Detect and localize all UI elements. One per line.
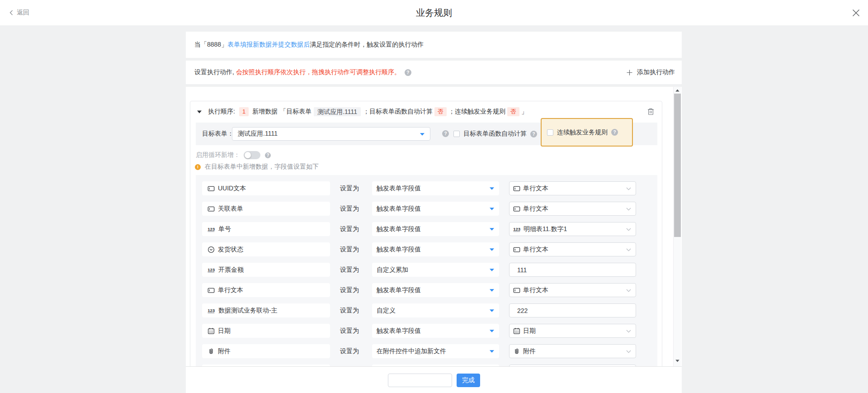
scroll-up-icon[interactable] [675, 89, 679, 92]
close-button[interactable] [852, 9, 860, 17]
value-source-select[interactable]: 触发表单字段值 [372, 242, 499, 256]
attachment-field-icon [208, 348, 215, 355]
text-field-icon [208, 185, 215, 192]
value-source-select[interactable]: 触发表单字段值 [372, 202, 499, 216]
value-field-box[interactable]: 单行文本 [509, 202, 636, 216]
field-mapping-row: 123 单号 设置为 触发表单字段值 123 明细表11.数字1 [196, 222, 657, 236]
triangle-down-icon [490, 309, 494, 312]
value-field-label: 单行文本 [523, 246, 548, 254]
value-source-select[interactable] [372, 365, 499, 366]
value-source-select[interactable]: 触发表单字段值 [372, 222, 499, 236]
set-to-label: 设置为 [340, 181, 359, 195]
field-mapping-row: 发货状态 设置为 触发表单字段值 单行文本 [196, 242, 657, 256]
target-form-select[interactable]: 测试应用.1111 [232, 127, 430, 141]
number-field-icon: 123 [208, 266, 215, 274]
value-source-select[interactable]: 自定义 [372, 303, 499, 317]
add-action-button[interactable]: 添加执行动作 [627, 68, 675, 76]
set-to-label: 设置为 [340, 202, 359, 216]
field-mapping-row: 单行文本 设置为 触发表单字段值 单行文本 [196, 283, 657, 297]
chevron-down-icon [626, 228, 631, 231]
number-field-icon: 123 [208, 307, 215, 314]
field-mapping-row [196, 365, 657, 366]
triangle-down-icon [490, 330, 494, 332]
chevron-down-icon [626, 289, 631, 292]
summary-target-label: 「目标表单 [280, 108, 311, 116]
triangle-down-icon [490, 248, 494, 251]
set-to-label: 设置为 [340, 263, 359, 277]
target-form-select-value: 测试应用.1111 [238, 130, 278, 138]
summary-chain-label: ；连续触发业务规则 [448, 108, 505, 116]
chevron-down-icon [626, 248, 631, 251]
date-field-icon [513, 327, 520, 335]
value-field-box[interactable] [509, 365, 636, 366]
trash-icon[interactable] [647, 108, 655, 116]
collapse-triangle-icon[interactable] [197, 110, 202, 114]
value-source-select[interactable]: 触发表单字段值 [372, 324, 499, 338]
set-to-label: 设置为 [340, 344, 359, 358]
field-mapping-row: 附件 设置为 在附件控件中追加新文件 附件 [196, 344, 657, 358]
order-label: 执行顺序: [208, 108, 235, 116]
value-field-box[interactable]: 日期 [509, 324, 636, 338]
target-field-label: 单号 [218, 225, 231, 233]
value-field-box[interactable]: 111 [509, 263, 636, 277]
value-field-label: 222 [517, 307, 528, 314]
value-field-box[interactable]: 附件 [509, 344, 636, 358]
value-field-box[interactable]: 单行文本 [509, 181, 636, 195]
calc-checkbox[interactable] [453, 131, 460, 137]
question-circle-icon[interactable]: ? [611, 129, 618, 136]
target-field-label: 日期 [218, 327, 231, 335]
chain-checkbox[interactable] [547, 129, 553, 136]
vertical-scrollbar[interactable] [673, 87, 681, 366]
value-field-label: 单行文本 [523, 185, 548, 193]
text-field-icon [513, 246, 520, 253]
target-field-label: UUID文本 [218, 185, 246, 193]
trigger-text-suffix: 满足指定的条件时，触发设置的执行动作 [310, 41, 424, 49]
scroll-down-icon[interactable] [675, 360, 679, 362]
target-field-box: 单行文本 [202, 283, 330, 297]
summary-calc-label: ；目标表单函数自动计算 [363, 108, 433, 116]
value-field-box[interactable]: 123 明细表11.数字1 [509, 222, 636, 236]
order-badge: 1 [239, 107, 249, 116]
field-mapping-row: 关联表单 设置为 触发表单字段值 单行文本 [196, 202, 657, 216]
question-circle-icon[interactable]: ? [265, 152, 271, 158]
question-circle-icon[interactable]: ? [442, 130, 449, 137]
question-circle-icon[interactable]: ? [530, 131, 537, 137]
value-source-select[interactable]: 触发表单字段值 [372, 181, 499, 195]
trigger-card: 当「8888」 表单填报新数据并提交数据后 满足指定的条件时，触发设置的执行动作 [186, 32, 682, 58]
value-field-box[interactable]: 222 [509, 303, 636, 317]
field-mapping-row: UUID文本 设置为 触发表单字段值 单行文本 [196, 181, 657, 195]
trigger-event-link[interactable]: 表单填报新数据并提交数据后 [227, 41, 310, 49]
triangle-down-icon [490, 289, 494, 292]
text-field-icon [513, 287, 520, 294]
select-field-icon [208, 246, 215, 253]
actions-panel: 执行顺序: 1 新增数据 「目标表单 测试应用.1111 ；目标表单函数自动计算… [186, 87, 682, 366]
field-mapping-area: UUID文本 设置为 触发表单字段值 单行文本 关联表单 设置为 触发表单字段值 [196, 175, 657, 366]
top-bar: 返回 业务规则 [0, 0, 868, 25]
target-form-label: 目标表单： [202, 123, 234, 145]
finish-button[interactable]: 完成 [457, 374, 480, 387]
value-source-select[interactable]: 自定义累加 [372, 263, 499, 277]
value-source-label: 触发表单字段值 [377, 246, 421, 254]
question-circle-icon[interactable]: ? [405, 69, 411, 76]
target-field-box: 123 数据测试业务联动-主 [202, 303, 330, 317]
summary-calc-value: 否 [434, 107, 447, 116]
value-source-select[interactable]: 在附件控件中追加新文件 [372, 344, 499, 358]
value-source-select[interactable]: 触发表单字段值 [372, 283, 499, 297]
scrollbar-thumb[interactable] [674, 94, 681, 237]
exclamation-circle-icon: ! [195, 164, 201, 170]
summary-chain-value: 否 [507, 107, 519, 116]
set-to-label: 设置为 [340, 242, 359, 256]
target-field-box: 123 开票金额 [202, 263, 330, 277]
action-type: 新增数据 [252, 108, 278, 116]
toggle-knob [245, 152, 251, 158]
value-field-box[interactable]: 单行文本 [509, 283, 636, 297]
value-source-label: 触发表单字段值 [377, 225, 421, 233]
target-field-box: 关联表单 [202, 202, 330, 216]
value-field-label: 日期 [523, 327, 536, 335]
svg-text:123: 123 [208, 267, 215, 272]
value-field-box[interactable]: 单行文本 [509, 242, 636, 256]
footer-input[interactable] [388, 374, 452, 387]
value-source-label: 触发表单字段值 [377, 327, 421, 335]
loop-add-toggle[interactable] [244, 151, 260, 159]
add-action-label: 添加执行动作 [637, 68, 675, 76]
